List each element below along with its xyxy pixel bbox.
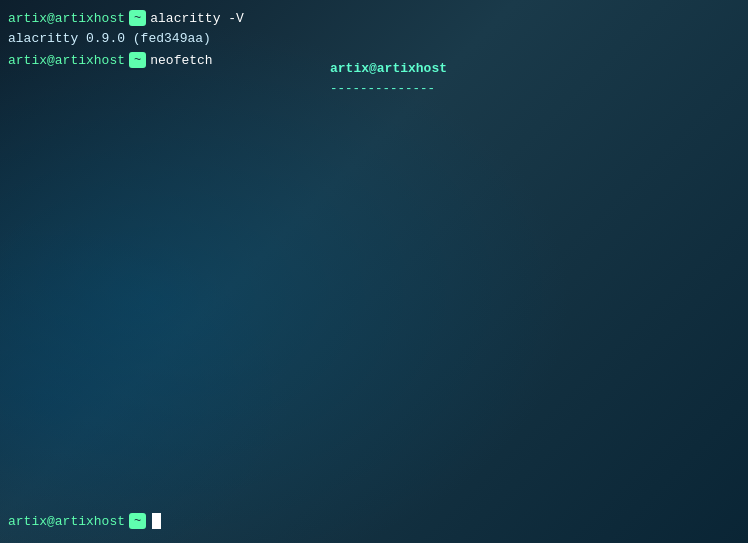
top-prompt-tilde: ~ xyxy=(129,10,146,26)
second-prompt-user: artix@artixhost xyxy=(8,53,125,68)
terminal-content: artix@artixhost ~ alacritty -V alacritty… xyxy=(0,0,748,70)
top-command-text: alacritty -V xyxy=(150,11,244,26)
top-command-bar: artix@artixhost ~ alacritty -V xyxy=(0,8,748,28)
bottom-prompt-tilde: ~ xyxy=(129,513,146,529)
alacritty-version-output: alacritty 0.9.0 (fed349aa) xyxy=(0,28,748,50)
second-command-bar: artix@artixhost ~ neofetch xyxy=(0,50,748,70)
neofetch-divider: -------------- xyxy=(330,80,447,98)
bottom-prompt-user: artix@artixhost xyxy=(8,514,125,529)
terminal-window: artix@artixhost ~ alacritty -V alacritty… xyxy=(0,0,748,543)
bottom-prompt-bar: artix@artixhost ~ xyxy=(8,513,161,529)
cursor xyxy=(152,513,161,529)
top-prompt-user: artix@artixhost xyxy=(8,11,125,26)
second-prompt-tilde: ~ xyxy=(129,52,146,68)
second-command-text: neofetch xyxy=(150,53,212,68)
